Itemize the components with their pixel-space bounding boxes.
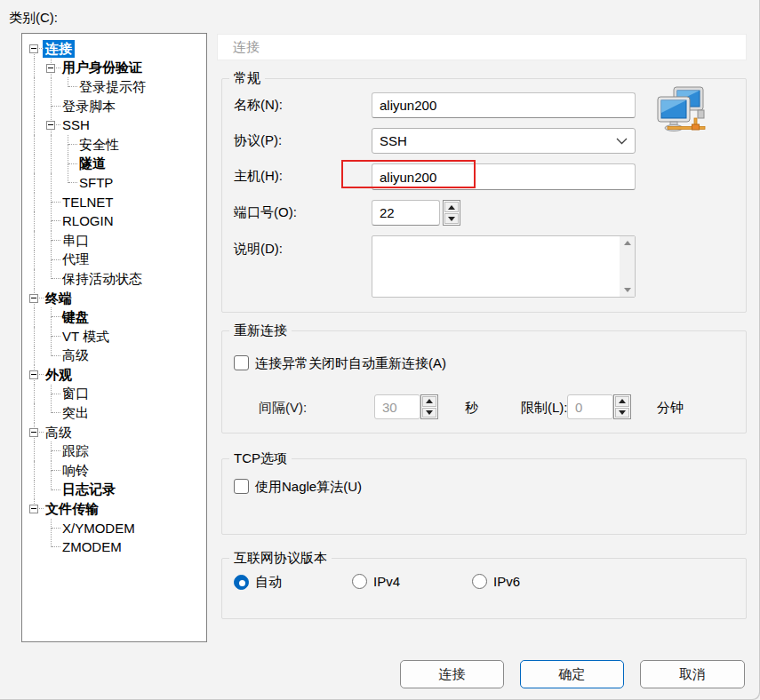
tree-item[interactable]: 外观 [26,365,204,385]
tree-item[interactable]: 登录提示符 [26,77,204,97]
tree-item[interactable]: 用户身份验证 [26,59,204,78]
collapse-minus-icon[interactable] [29,428,38,437]
tree-item[interactable]: SFTP [26,173,204,193]
radio-ipv4-icon[interactable] [352,574,367,589]
tree-item-label[interactable]: ZMODEM [60,538,124,556]
tree-item-label[interactable]: 跟踪 [60,442,92,460]
reconnect-group: 重新连接 连接异常关闭时自动重新连接(A) 间隔(V): 秒 限制(L): 分钟 [221,330,747,434]
tree-item-label[interactable]: 隧道 [76,155,108,172]
tree-item[interactable]: ZMODEM [26,537,204,557]
tree-item-label[interactable]: 文件传输 [43,500,101,518]
tree-item[interactable]: 隧道 [26,155,204,174]
tree-item-label[interactable]: 代理 [60,251,92,268]
port-spinner [443,200,460,226]
description-textarea[interactable] [372,235,636,298]
tree-item[interactable]: TELNET [26,193,204,212]
spinner-up-button[interactable] [422,396,436,407]
port-input[interactable] [372,200,440,226]
radio-ipv4[interactable]: IPv4 [352,574,400,589]
auto-reconnect-label: 连接异常关闭时自动重新连接(A) [255,354,446,372]
tree-item-label[interactable]: 终端 [43,290,75,307]
scrollbar-down-icon[interactable] [624,288,631,292]
spinner-down-button[interactable] [615,408,629,418]
tree-item[interactable]: RLOGIN [26,211,204,231]
radio-ipv6[interactable]: IPv6 [472,574,520,589]
tree-item[interactable]: 代理 [26,251,204,270]
spinner-down-button[interactable] [444,213,459,224]
name-input[interactable] [372,92,636,118]
category-tree[interactable]: 连接用户身份验证登录提示符登录脚本SSH安全性隧道SFTPTELNETRLOGI… [21,33,207,642]
collapse-minus-icon[interactable] [29,370,38,379]
tree-item[interactable]: 串口 [26,231,204,251]
tree-item-label[interactable]: 登录提示符 [76,78,148,96]
collapse-minus-icon[interactable] [29,294,38,303]
tree-item-label[interactable]: 高级 [60,346,92,364]
tree-item[interactable]: X/YMODEM [26,519,204,538]
radio-auto-label: 自动 [255,574,282,591]
tcp-group-legend: TCP选项 [229,449,292,467]
tree-item[interactable]: 终端 [26,289,204,308]
tree-item-label[interactable]: TELNET [60,194,116,211]
nagle-checkbox[interactable] [234,479,249,494]
radio-auto-icon[interactable] [234,575,249,590]
tree-item-label[interactable]: X/YMODEM [60,520,138,537]
collapse-minus-icon[interactable] [46,64,55,73]
collapse-minus-icon[interactable] [29,44,38,53]
tree-item-label[interactable]: VT 模式 [60,328,112,346]
tree-item-label[interactable]: 日志记录 [60,481,118,498]
interval-label: 间隔(V): [259,399,307,417]
tree-item-label[interactable]: 键盘 [60,308,92,326]
tree-item[interactable]: SSH [26,115,204,135]
description-scrollbar[interactable] [620,236,635,297]
tree-item-label[interactable]: RLOGIN [60,212,116,230]
tree-item-label[interactable]: 连接 [43,40,75,58]
spinner-up-button[interactable] [615,396,629,407]
radio-ipv6-icon[interactable] [472,574,487,589]
ok-button[interactable]: 确定 [520,660,624,688]
auto-reconnect-checkbox[interactable] [234,355,249,370]
cancel-button[interactable]: 取消 [640,660,745,688]
tree-item[interactable]: VT 模式 [26,327,204,346]
tree-item-label[interactable]: 登录脚本 [60,98,118,115]
tree-item[interactable]: 保持活动状态 [26,269,204,289]
tree-item-label[interactable]: 串口 [60,232,92,250]
tree-item[interactable]: 窗口 [26,385,204,404]
tree-item-label[interactable]: 用户身份验证 [60,59,145,76]
limit-label: 限制(L): [521,399,568,417]
protocol-select[interactable]: SSH [372,128,636,154]
tree-item[interactable]: 高级 [26,346,204,366]
tree-item-label[interactable]: 高级 [43,424,75,441]
collapse-minus-icon[interactable] [29,505,38,513]
nagle-label: 使用Nagle算法(U) [255,478,362,496]
interval-input[interactable] [374,394,420,419]
tree-item-label[interactable]: 安全性 [76,136,122,154]
tree-item[interactable]: 响铃 [26,461,204,481]
tree-item-label[interactable]: 外观 [43,366,75,384]
collapse-minus-icon[interactable] [46,121,55,130]
tree-item[interactable]: 高级 [26,423,204,442]
tree-item[interactable]: 跟踪 [26,441,204,461]
tree-item-label[interactable]: 窗口 [60,385,92,402]
scrollbar-up-icon[interactable] [624,241,631,245]
limit-input[interactable] [567,394,613,419]
tree-item[interactable]: 日志记录 [26,481,204,500]
spinner-down-button[interactable] [422,408,436,418]
tree-item[interactable]: 连接 [26,39,204,59]
tree-item-label[interactable]: SFTP [76,174,116,192]
radio-ipv6-label: IPv6 [493,574,520,589]
radio-auto[interactable]: 自动 [234,574,282,591]
tree-item[interactable]: 登录脚本 [26,97,204,116]
tree-item-label[interactable]: SSH [60,116,92,134]
tree-item[interactable]: 安全性 [26,135,204,155]
tree-item-label[interactable]: 突出 [60,404,92,422]
protocol-select-value: SSH [380,133,407,148]
tree-item[interactable]: 键盘 [26,307,204,327]
spinner-up-button[interactable] [444,202,459,212]
dual-computer-icon [655,86,707,135]
tree-item-label[interactable]: 保持活动状态 [60,270,145,288]
connect-button[interactable]: 连接 [400,660,504,688]
tree-item-label[interactable]: 响铃 [60,462,92,480]
tree-item[interactable]: 文件传输 [26,499,204,519]
tree-item[interactable]: 突出 [26,403,204,423]
host-input[interactable] [372,163,636,190]
